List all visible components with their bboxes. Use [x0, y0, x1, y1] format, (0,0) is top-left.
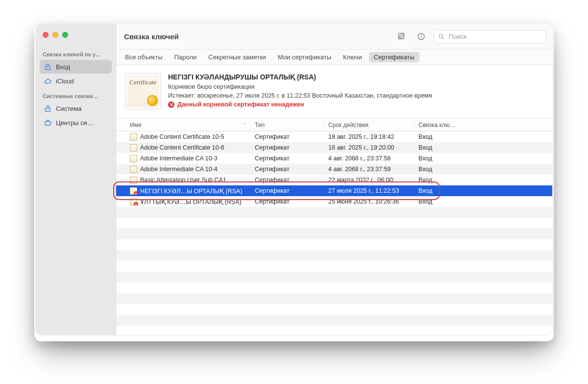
- titlebar: Связка ключей: [116, 24, 552, 50]
- cell-expires: 4 авг. 2068 г., 23:37:59: [324, 166, 415, 173]
- table-row-empty: [116, 304, 552, 315]
- certificate-name: НЕГІЗГІ КУӘЛАНДЫРУШЫ ОРТАЛЫҚ (RSA): [168, 73, 543, 81]
- cell-expires: 18 авг. 2025 г., 19:18:42: [324, 133, 415, 140]
- window-title: Связка ключей: [124, 32, 389, 41]
- cell-name: Adobe Content Certificate 10-5: [140, 133, 224, 140]
- search-input[interactable]: [448, 32, 542, 41]
- warning-badge-icon: ✕: [168, 102, 174, 108]
- tab-certs[interactable]: Сертификаты: [369, 52, 419, 62]
- table-body: Adobe Content Certificate 10-5Сертификат…: [116, 131, 552, 335]
- sidebar-item-label: Система: [56, 105, 81, 112]
- cell-keychain: Вход: [415, 166, 552, 173]
- cell-name: Adobe Content Certificate 10-6: [140, 144, 224, 151]
- table-row-empty: [116, 326, 552, 335]
- certificate-row-icon: [130, 133, 137, 141]
- certificate-thumbnail-icon: [125, 73, 161, 109]
- sidebar-item-icloud[interactable]: iCloud: [40, 74, 112, 88]
- main-area: Связка ключей Вс: [116, 24, 552, 335]
- certificate-expiry: Истекает: воскресенье, 27 июля 2025 г. в…: [168, 91, 543, 100]
- table-row-empty: [116, 272, 552, 282]
- compose-icon[interactable]: [394, 30, 408, 44]
- table-row[interactable]: ҰЛТТЫҚ КУӘ…Ы ОРТАЛЫҚ (RSA)Сертификат25 и…: [116, 196, 552, 207]
- cell-expires: 25 июня 2025 г., 10:26:36: [324, 198, 415, 205]
- window-controls: [36, 29, 116, 47]
- category-tabs: Все объектыПаролиСекретные заметкиМои се…: [116, 50, 552, 65]
- cloud-icon: [44, 77, 52, 85]
- cell-keychain: Вход: [415, 198, 552, 205]
- column-header-name[interactable]: Имя ⌃: [126, 119, 251, 131]
- tab-keys[interactable]: Ключи: [338, 52, 367, 62]
- sidebar-group-label: Системные связки…: [36, 88, 116, 101]
- certificate-row-icon: [130, 166, 137, 173]
- certificate-row-icon: [130, 177, 137, 184]
- cell-type: Сертификат: [251, 133, 324, 140]
- table-row-empty: [116, 229, 552, 239]
- zoom-button[interactable]: [62, 32, 68, 38]
- cell-type: Сертификат: [251, 198, 324, 205]
- svg-line-8: [442, 37, 444, 39]
- cell-name: НЕГІЗГІ КУӘЛ…Ы ОРТАЛЫҚ (RSA): [140, 187, 243, 195]
- app-window: Связки ключей по у…ВходiCloudСистемные с…: [35, 24, 553, 335]
- cell-type: Сертификат: [251, 187, 324, 194]
- search-icon: [438, 33, 445, 40]
- search-field[interactable]: [434, 30, 546, 44]
- certificate-row-icon: [130, 187, 137, 195]
- svg-rect-1: [46, 108, 50, 111]
- tab-mycerts[interactable]: Мои сертификаты: [273, 52, 336, 62]
- cell-type: Сертификат: [251, 155, 324, 162]
- table-row-empty: [116, 239, 552, 250]
- lock-icon: [44, 104, 52, 113]
- cell-name: Adobe Intermediate CA 10-3: [140, 155, 218, 162]
- table-row[interactable]: Adobe Content Certificate 10-5Сертификат…: [116, 131, 552, 142]
- sidebar-item-label: iCloud: [56, 77, 74, 85]
- close-button[interactable]: [43, 32, 49, 38]
- table-row-empty: [116, 315, 552, 326]
- cell-name: Basic Attestation User Sub CA1: [140, 177, 226, 183]
- cell-keychain: Вход: [415, 133, 552, 140]
- table-row-empty: [116, 293, 552, 304]
- tab-all[interactable]: Все объекты: [120, 52, 168, 62]
- sidebar-item-system[interactable]: Система: [40, 102, 112, 115]
- cell-expires: 18 авг. 2025 г., 19:20:00: [324, 144, 415, 151]
- svg-point-7: [439, 34, 442, 38]
- column-header-keychain[interactable]: Связка клю…: [415, 119, 552, 131]
- column-header-expires[interactable]: Срок действия: [324, 119, 415, 131]
- certificate-row-icon: [130, 155, 137, 162]
- table-row[interactable]: НЕГІЗГІ КУӘЛ…Ы ОРТАЛЫҚ (RSA)Сертификат27…: [116, 185, 552, 196]
- cell-type: Сертификат: [251, 166, 324, 173]
- sidebar-item-label: Вход: [56, 63, 70, 71]
- cell-expires: 4 авг. 2068 г., 23:37:58: [324, 155, 415, 162]
- cell-name: Adobe Intermediate CA 10-4: [140, 166, 218, 173]
- column-header-type[interactable]: Тип: [251, 119, 324, 131]
- certificate-row-icon: [130, 144, 137, 152]
- certificate-row-icon: [130, 198, 137, 205]
- certificate-details-panel: НЕГІЗГІ КУӘЛАНДЫРУШЫ ОРТАЛЫҚ (RSA) Корне…: [116, 65, 552, 119]
- sidebar-item-rootcenters[interactable]: Центры сe…: [40, 116, 112, 129]
- info-icon[interactable]: [414, 30, 428, 44]
- cell-type: Сертификат: [251, 177, 324, 183]
- cell-expires: 27 июля 2025 г., 11:22:53: [324, 187, 415, 194]
- minimize-button[interactable]: [52, 32, 58, 38]
- tab-pw[interactable]: Пароли: [170, 52, 202, 62]
- table-row[interactable]: Basic Attestation User Sub CA1Сертификат…: [116, 175, 552, 185]
- svg-point-6: [420, 35, 421, 36]
- cell-keychain: Вход: [415, 144, 552, 151]
- table-row[interactable]: Adobe Content Certificate 10-6Сертификат…: [116, 142, 552, 153]
- certificates-table: Имя ⌃ Тип Срок действия Связка клю… Adob…: [116, 119, 552, 335]
- table-row-empty: [116, 261, 552, 272]
- sidebar-group-label: Связки ключей по у…: [36, 47, 116, 59]
- cell-name: ҰЛТТЫҚ КУӘ…Ы ОРТАЛЫҚ (RSA): [140, 198, 242, 205]
- cell-type: Сертификат: [251, 144, 324, 151]
- tab-notes[interactable]: Секретные заметки: [203, 52, 270, 62]
- sidebar-item-label: Центры сe…: [56, 119, 94, 127]
- certificate-trust-warning: ✕ Данный корневой сертификат ненадежен: [168, 101, 543, 108]
- table-row[interactable]: Adobe Intermediate CA 10-4Сертификат4 ав…: [116, 164, 552, 175]
- sidebar-item-login[interactable]: Вход: [40, 60, 112, 74]
- briefcase-icon: [44, 119, 52, 127]
- sort-ascending-icon: ⌃: [243, 122, 246, 128]
- cell-keychain: Вход: [415, 177, 552, 183]
- table-row-empty: [116, 218, 552, 229]
- table-row-empty: [116, 282, 552, 293]
- table-row[interactable]: Adobe Intermediate CA 10-3Сертификат4 ав…: [116, 153, 552, 164]
- unlock-icon: [44, 63, 52, 71]
